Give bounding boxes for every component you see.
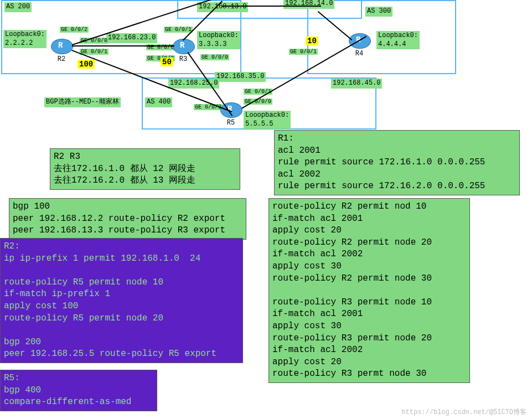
as-300-label: AS 300 (365, 7, 392, 17)
if-r3-001: GE 0/0/1 (164, 27, 193, 33)
link-top-horiz (221, 6, 321, 7)
cost-r3: 50 (161, 58, 173, 66)
router-r3: R3 (173, 39, 194, 55)
as-400-label: AS 400 (145, 97, 172, 107)
box-r5-config: R5: bgp 400 compare-different-as-med (0, 370, 157, 411)
subnet-14plus: 192.168.14.0 (283, 0, 334, 9)
router-r4-label: R4 (349, 50, 370, 58)
cost-r4: 10 (306, 37, 318, 45)
caption-med: BGP选路--MED--顺家林 (44, 97, 121, 107)
router-r4: R4 (349, 33, 370, 50)
box-bgp100: bgp 100 peer 192.168.12.2 route-policy R… (9, 198, 246, 240)
box-route-policy: route-policy R2 permit nod 10 if-match a… (268, 198, 470, 383)
router-r2: R2 (51, 39, 72, 55)
cost-r2: 100 (78, 60, 95, 69)
router-r2-label: R2 (51, 55, 72, 63)
box-r1-acl: R1: acl 2001 rule permit source 172.16.1… (274, 130, 520, 195)
box-r2-config: R2: ip ip-prefix 1 permit 192.168.1.0 24… (0, 238, 243, 363)
link-r2-r3 (72, 45, 174, 46)
subnet-45: 192.168.45.0 (331, 79, 382, 89)
as-200-label: AS 200 (4, 2, 32, 12)
loopback-r5: Looopback0: 5.5.5.5 (244, 111, 291, 129)
if-r2-001: GE 0/0/1 (80, 49, 109, 55)
box-r2r3-hint: R2 R3 去往172.16.1.0 都从 12 网段走 去往172.16.2.… (50, 148, 240, 190)
router-r5-label: R5 (220, 119, 241, 127)
if-r2-002: GE 0/0/2 (60, 27, 89, 33)
if-r3-000-right: GE 0/0/0 (200, 54, 229, 60)
subnet-13: 192.168.13.0 (197, 2, 248, 12)
if-r4-001: GE 0/0/1 (289, 49, 318, 55)
subnet-23: 192.168.23.0 (106, 33, 157, 43)
loopback-r4: Loopback0: 4.4.4.4 (376, 31, 420, 49)
watermark: https://blog.csdn.net/@51CTO博客 (401, 407, 526, 417)
loopback-r2: Loopback0: 2.2.2.2 (3, 30, 47, 48)
subnet-35: 192.168.35.0 (215, 72, 266, 82)
loopback-r3: Loopback0: 3.3.3.3 (197, 31, 240, 49)
